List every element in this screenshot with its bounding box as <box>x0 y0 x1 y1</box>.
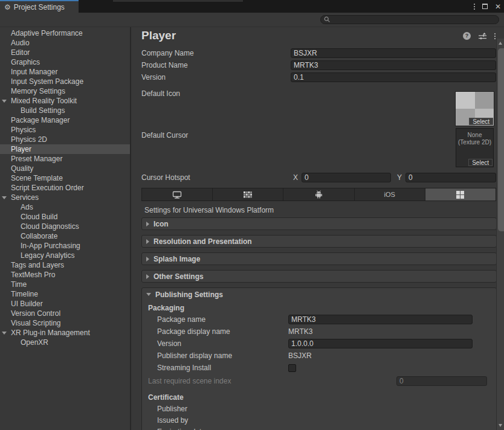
sidebar-item-physics-2d[interactable]: Physics 2D <box>0 135 130 144</box>
page-title: Player <box>141 29 176 42</box>
package-name-field[interactable]: MRTK3 <box>288 315 473 324</box>
sidebar-item-openxr[interactable]: OpenXR <box>0 338 130 347</box>
sidebar-item-timeline[interactable]: Timeline <box>0 289 130 299</box>
titlebar: ⚙ Project Settings ✕ <box>0 0 504 13</box>
main-body: Adaptive PerformanceAudioEditorGraphicsI… <box>0 27 504 430</box>
package-display-name-value: MRTK3 <box>288 327 312 336</box>
sidebar-item-graphics[interactable]: Graphics <box>0 57 130 67</box>
foldout-arrow-icon <box>146 257 149 262</box>
sidebar-item-input-system-package[interactable]: Input System Package <box>0 77 130 86</box>
sidebar-item-xr-plug-in-management[interactable]: XR Plug-in Management <box>0 328 130 338</box>
section-header-splash-image[interactable]: Splash Image <box>141 252 497 265</box>
section-header-icon[interactable]: Icon <box>141 217 497 230</box>
close-icon[interactable]: ✕ <box>495 3 501 10</box>
sidebar-item-ui-builder[interactable]: UI Builder <box>0 299 130 309</box>
dedicated-server-icon <box>244 191 252 198</box>
foldout-arrow-icon[interactable] <box>0 332 8 335</box>
sidebar-item-audio[interactable]: Audio <box>0 38 130 48</box>
android-icon <box>315 190 323 199</box>
sidebar-item-label: TextMesh Pro <box>11 271 55 279</box>
sidebar-item-in-app-purchasing[interactable]: In-App Purchasing <box>0 241 130 251</box>
sidebar-item-package-manager[interactable]: Package Manager <box>0 115 130 125</box>
collapsed-sections: IconResolution and PresentationSplash Im… <box>141 217 497 287</box>
package-name-row: Package nameMRTK3 <box>142 313 496 326</box>
version-field[interactable]: 1.0.0.0 <box>288 339 473 348</box>
sidebar-item-label: Collaborate <box>21 232 57 240</box>
sidebar-item-label: Services <box>11 193 39 202</box>
default-cursor-object-field[interactable]: None (Texture 2D) Select <box>456 128 494 167</box>
default-icon-select-button[interactable]: Select <box>469 118 493 125</box>
sidebar-item-legacy-analytics[interactable]: Legacy Analytics <box>0 251 130 260</box>
platform-tab-dedicated-server[interactable] <box>213 188 283 201</box>
sidebar-item-tags-and-layers[interactable]: Tags and Layers <box>0 260 130 270</box>
sidebar-item-label: Scene Template <box>11 174 63 182</box>
hotspot-y-label: Y <box>397 173 405 182</box>
hotspot-x-field[interactable]: 0 <box>302 173 391 182</box>
scene-index-field[interactable]: 0 <box>396 376 487 386</box>
sidebar-item-physics[interactable]: Physics <box>0 125 130 135</box>
sidebar-item-label: Input System Package <box>11 77 83 86</box>
scroll-down-icon[interactable] <box>499 424 502 427</box>
sidebar-item-mixed-reality-toolkit[interactable]: Mixed Reality Toolkit <box>0 96 130 106</box>
version-field[interactable]: 0.1 <box>291 72 496 82</box>
sidebar-item-services[interactable]: Services <box>0 193 130 202</box>
sidebar-item-label: Build Settings <box>21 106 65 115</box>
sidebar-item-scene-template[interactable]: Scene Template <box>0 173 130 183</box>
platform-tab-ios[interactable]: iOS <box>355 188 425 201</box>
section-header-resolution-and-presentation[interactable]: Resolution and Presentation <box>141 235 497 248</box>
company-name-field[interactable]: BSJXR <box>291 48 496 58</box>
sidebar-item-label: Visual Scripting <box>11 319 61 327</box>
platform-tab-windows[interactable] <box>425 188 496 201</box>
help-icon[interactable]: ? <box>463 32 471 40</box>
publishing-body: Packaging Package nameMRTK3Package displ… <box>142 301 496 430</box>
maximize-icon[interactable] <box>482 4 488 9</box>
foldout-arrow-icon <box>146 222 149 226</box>
platform-tab-desktop[interactable] <box>142 188 212 201</box>
sidebar-item-script-execution-order[interactable]: Script Execution Order <box>0 183 130 193</box>
window-menu-icon[interactable] <box>474 4 475 10</box>
sidebar-item-build-settings[interactable]: Build Settings <box>0 106 130 115</box>
sidebar-item-adaptive-performance[interactable]: Adaptive Performance <box>0 28 130 38</box>
sidebar-item-textmesh-pro[interactable]: TextMesh Pro <box>0 270 130 280</box>
sidebar-item-label: Physics <box>11 126 36 134</box>
sidebar-item-quality[interactable]: Quality <box>0 164 130 173</box>
default-icon-thumbnail[interactable]: Select <box>456 92 494 126</box>
section-header-other-settings[interactable]: Other Settings <box>141 270 497 283</box>
sidebar-item-time[interactable]: Time <box>0 280 130 289</box>
vertical-scrollbar[interactable] <box>496 39 504 430</box>
platform-tab-android[interactable] <box>283 188 354 201</box>
foldout-arrow-icon[interactable] <box>0 196 8 199</box>
presets-icon[interactable] <box>479 33 486 40</box>
search-input[interactable] <box>320 15 499 24</box>
kebab-menu-icon[interactable] <box>494 33 496 39</box>
sidebar-item-ads[interactable]: Ads <box>0 202 130 212</box>
hotspot-x-label: X <box>293 173 302 182</box>
sidebar-item-preset-manager[interactable]: Preset Manager <box>0 154 130 164</box>
default-cursor-label: Default Cursor <box>141 131 188 140</box>
scroll-up-icon[interactable] <box>499 42 502 45</box>
tab-project-settings[interactable]: ⚙ Project Settings <box>0 0 79 13</box>
foldout-arrow-icon[interactable] <box>0 100 8 103</box>
toolbar <box>0 13 504 27</box>
streaming-install-checkbox[interactable] <box>288 364 296 372</box>
sidebar-item-label: Graphics <box>11 58 40 66</box>
default-cursor-select-button[interactable]: Select <box>468 159 493 166</box>
sidebar-item-label: Cloud Build <box>21 213 57 221</box>
sidebar-item-collaborate[interactable]: Collaborate <box>0 231 130 241</box>
sidebar-item-cloud-diagnostics[interactable]: Cloud Diagnostics <box>0 222 130 231</box>
sidebar-item-player[interactable]: Player <box>0 144 130 154</box>
desktop-icon <box>172 191 182 199</box>
publishing-settings-header[interactable]: Publishing Settings <box>142 288 496 301</box>
sidebar-item-visual-scripting[interactable]: Visual Scripting <box>0 318 130 328</box>
sidebar-item-cloud-build[interactable]: Cloud Build <box>0 212 130 222</box>
sidebar-item-memory-settings[interactable]: Memory Settings <box>0 86 130 96</box>
sidebar-item-input-manager[interactable]: Input Manager <box>0 67 130 77</box>
hotspot-y-field[interactable]: 0 <box>405 173 496 182</box>
sidebar-item-label: Input Manager <box>11 68 57 76</box>
sidebar-item-editor[interactable]: Editor <box>0 48 130 57</box>
product-name-field[interactable]: MRTK3 <box>291 60 496 70</box>
version-label: Version <box>141 73 291 82</box>
scrollbar-thumb[interactable] <box>498 48 504 231</box>
sidebar-item-label: Timeline <box>11 290 38 298</box>
sidebar-item-version-control[interactable]: Version Control <box>0 309 130 318</box>
